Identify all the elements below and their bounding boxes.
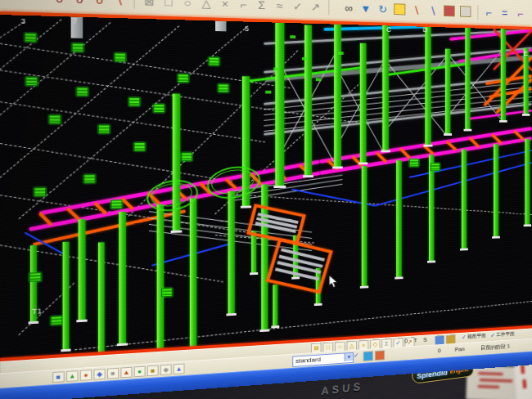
anchor-bolt-group: [25, 77, 38, 86]
column-base-plate: [423, 145, 432, 147]
model-column: [465, 28, 470, 129]
phase-icon[interactable]: ⌐: [484, 4, 494, 20]
column-base-plate: [394, 276, 403, 279]
select-welds-icon[interactable]: ▲: [120, 367, 132, 379]
status-zero: 0: [438, 347, 441, 354]
column-base-plate: [427, 261, 435, 263]
model-column: [228, 191, 235, 314]
model-column: [273, 285, 277, 325]
model-column: [425, 27, 431, 145]
column-base-plate: [460, 248, 468, 250]
sum-tool-icon[interactable]: Σ: [255, 0, 268, 13]
model-column: [382, 25, 389, 150]
model-column: [63, 242, 70, 350]
blue-pen-icon[interactable]: ∖: [427, 2, 439, 18]
column-base-plate: [303, 175, 313, 177]
toolbar-upper-row: ■◆■≡#×: [453, 0, 532, 2]
snap-plane-option[interactable]: ✓视图平面: [462, 333, 486, 341]
toolbar-group: ∪∪∪∖: [52, 0, 137, 9]
toolbar-group: ⌐=⌐∕←»|: [484, 4, 532, 23]
cross-tool-icon[interactable]: ×: [219, 0, 231, 12]
select-views-icon[interactable]: ◆: [160, 364, 172, 375]
column-base-plate: [250, 272, 258, 275]
binoculars-icon[interactable]: ∞: [343, 0, 354, 16]
column-base-plate: [524, 224, 531, 226]
model-gray-column: [215, 21, 226, 32]
refresh-icon[interactable]: ↻: [377, 0, 389, 17]
anchor-bolt-group: [110, 200, 122, 208]
triangle-tool-icon[interactable]: △: [200, 0, 213, 11]
select-bolts-icon[interactable]: ■: [107, 368, 119, 379]
model-viewport[interactable]: 375CDET1: [0, 15, 532, 358]
filter-funnel-icon[interactable]: ▼: [360, 0, 372, 16]
anchor-bolt-group: [98, 125, 110, 134]
filter-edit-icon[interactable]: [375, 350, 385, 361]
weld-icon[interactable]: ∪: [52, 0, 66, 7]
column-base-plate: [360, 285, 368, 288]
check-tool-icon[interactable]: ✓: [291, 0, 304, 14]
column-base-plate: [314, 303, 322, 306]
red-pen-icon[interactable]: ∖: [411, 1, 422, 17]
plane-check-icon[interactable]: ✓: [462, 334, 467, 340]
anchor-bolt-group: [51, 316, 63, 325]
flag-icon[interactable]: ⌐: [515, 5, 525, 21]
anchor-bolt-group: [161, 288, 173, 297]
grid-label: T1: [32, 307, 42, 316]
slope-pen-icon[interactable]: ∖: [113, 0, 126, 9]
model-column: [362, 166, 367, 286]
anchor-bolt-group: [29, 272, 42, 282]
grid-icon[interactable]: #: [516, 0, 527, 1]
model-column: [445, 49, 450, 134]
select-filters-icon[interactable]: ▲: [174, 363, 185, 374]
select-points-icon[interactable]: ●: [80, 370, 92, 381]
wave-tool-icon[interactable]: ≈: [273, 0, 286, 14]
model-column: [98, 242, 105, 352]
anchor-bolt-group: [218, 84, 228, 93]
arrow-tool-icon[interactable]: ↗: [309, 0, 322, 15]
highlight-swatch-icon[interactable]: [394, 3, 405, 15]
model-column: [396, 160, 402, 277]
column-base-plate: [492, 236, 500, 239]
anchor-bolt-group: [431, 163, 440, 171]
model-column: [119, 212, 126, 343]
part-mark: [302, 57, 308, 61]
part-mark: [316, 78, 322, 81]
gray-swatch-icon[interactable]: [460, 6, 471, 17]
toolbar-separator: [477, 5, 478, 20]
model-column: [251, 231, 256, 273]
chevron-down-icon[interactable]: ▾: [345, 353, 354, 361]
select-parts-icon[interactable]: ▲: [66, 370, 79, 382]
snap-plane-option[interactable]: ✓工作平面: [490, 331, 515, 339]
filter-apply-icon[interactable]: [363, 351, 373, 361]
select-all-icon[interactable]: ■: [52, 371, 65, 383]
anchor-bolt-group: [34, 187, 46, 196]
anchor-bolt-group: [115, 53, 126, 62]
anchor-bolt-group: [153, 104, 165, 113]
cut-icon[interactable]: ∪: [92, 0, 106, 8]
part-mark: [265, 91, 271, 94]
rect-tool-icon[interactable]: □: [162, 0, 175, 10]
weld-2-icon[interactable]: ∪: [73, 0, 87, 7]
plane-check-icon[interactable]: ✓: [490, 332, 495, 338]
red-swatch-icon[interactable]: [444, 5, 455, 16]
model-column: [462, 150, 467, 249]
corner-tool-icon[interactable]: ⌐: [237, 0, 250, 12]
select-objects-icon[interactable]: ●: [134, 366, 146, 378]
snap-status-letters: 0 T S: [404, 336, 429, 344]
circle-tool-icon[interactable]: ○: [181, 0, 194, 11]
model-column: [494, 144, 498, 236]
column-base-plate: [522, 114, 530, 116]
select-components-icon[interactable]: ◆: [93, 369, 105, 380]
column-base-plate: [499, 120, 507, 123]
select-area-icon[interactable]: ⊠: [142, 0, 156, 10]
model-column: [501, 29, 506, 120]
column-base-plate: [171, 231, 183, 233]
status-pan: Pan: [455, 346, 465, 353]
equal-icon[interactable]: =: [499, 4, 510, 20]
filter-check[interactable]: ✓: [354, 352, 358, 359]
part-mark: [273, 67, 279, 70]
toolbar-separator: [134, 0, 135, 9]
toolbar-group: ∞▼↻∖∖: [343, 0, 480, 20]
monitor-screen: ■◆■≡#× ∪∪∪∖⊠□○△×⌐Σ≈✓↗∞▼↻∖∖⌐=⌐∕←»| 375CDE…: [0, 0, 532, 399]
select-grids-icon[interactable]: ■: [147, 365, 159, 377]
